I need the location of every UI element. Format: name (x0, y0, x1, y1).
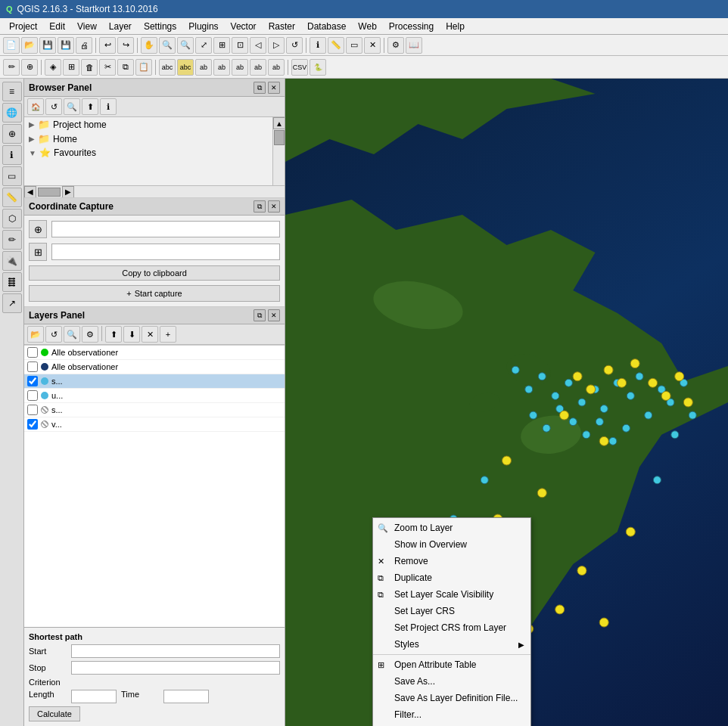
layer-item-2[interactable]: s... (24, 374, 285, 389)
layer-item-0[interactable]: Alle observationer (24, 346, 285, 360)
hscroll-right-btn[interactable]: ▶ (62, 186, 74, 198)
sp-calculate-btn[interactable]: Calculate (29, 706, 80, 721)
vscroll-up-btn[interactable]: ▲ (273, 117, 285, 129)
ctx-item-save-as[interactable]: Save As... (373, 673, 530, 690)
ctx-item-save-as-layer-def[interactable]: Save As Layer Definition File... (373, 690, 530, 706)
zoom-out-btn[interactable]: 🔍 (177, 37, 194, 54)
sp-start-input[interactable] (71, 644, 280, 658)
ctx-item-show-feature-count[interactable]: Show Feature Count (373, 723, 530, 726)
hscroll-left-btn[interactable]: ◀ (24, 186, 36, 198)
edit-btn2[interactable]: ✏ (2, 230, 22, 250)
copy-to-clipboard-btn[interactable]: Copy to clipboard (29, 265, 280, 281)
menu-item-web[interactable]: Web (352, 20, 382, 33)
measure-btn[interactable]: 📏 (328, 37, 344, 54)
menu-item-processing[interactable]: Processing (383, 20, 440, 33)
delineate-btn[interactable]: ⬡ (2, 209, 22, 228)
layers-toggle-btn[interactable]: ≡ (2, 82, 22, 101)
browser-collapse-btn[interactable]: ⬆ (82, 98, 98, 115)
menu-item-view[interactable]: View (71, 20, 103, 33)
settings-btn[interactable]: ⚙ (387, 37, 404, 54)
layers-add-btn[interactable]: + (160, 326, 176, 343)
layers-refresh-btn[interactable]: ↺ (45, 326, 62, 343)
browser-float-btn[interactable]: ⧉ (254, 82, 266, 94)
menu-item-database[interactable]: Database (301, 20, 352, 33)
layer-checkbox-3[interactable] (27, 390, 38, 401)
browser-scrollbar[interactable]: ▲ (272, 117, 285, 185)
routing-btn[interactable]: 🛤 (2, 272, 22, 292)
select-btn[interactable]: ▭ (346, 37, 362, 54)
arrow-btn[interactable]: ↗ (2, 293, 22, 313)
edit-btn[interactable]: ✏ (3, 59, 20, 76)
menu-item-vector[interactable]: Vector (225, 20, 263, 33)
start-capture-btn[interactable]: + Start capture (29, 285, 280, 302)
coord-close-btn[interactable]: ✕ (268, 200, 280, 213)
select-btn2[interactable]: ▭ (2, 166, 22, 186)
menu-item-settings[interactable]: Settings (138, 20, 182, 33)
layers-open-btn[interactable]: 📂 (27, 326, 44, 343)
layer-checkbox-4[interactable] (27, 405, 38, 415)
sp-stop-input[interactable] (71, 661, 280, 675)
layer-item-1[interactable]: Alle observationer (24, 360, 285, 374)
label3-btn[interactable]: ab (195, 59, 212, 76)
deselect-btn[interactable]: ✕ (364, 37, 381, 54)
browser-home-btn[interactable]: 🏠 (27, 98, 44, 115)
layers-settings-btn[interactable]: ⚙ (82, 326, 98, 343)
menu-item-raster[interactable]: Raster (263, 20, 301, 33)
coord-float-btn[interactable]: ⧉ (254, 200, 266, 213)
browser-item-favourites[interactable]: ▼ ⭐ Favourites (24, 146, 272, 160)
pan-btn[interactable]: ✋ (141, 37, 157, 54)
save-btn[interactable]: 💾 (39, 37, 56, 54)
label-btn[interactable]: abc (159, 59, 176, 76)
undo-btn[interactable]: ↩ (99, 37, 116, 54)
plugin-btn[interactable]: 🔌 (2, 251, 22, 271)
menu-item-help[interactable]: Help (440, 20, 471, 33)
hscroll-thumb[interactable] (38, 188, 61, 197)
layer-item-4[interactable]: s... (24, 403, 285, 417)
layer-checkbox-2[interactable] (27, 376, 38, 386)
identify-btn[interactable]: ℹ (310, 37, 326, 54)
copy-feature-btn[interactable]: ⧉ (117, 59, 134, 76)
layer-checkbox-0[interactable] (27, 347, 38, 358)
vscroll-thumb[interactable] (274, 130, 285, 145)
save-as-btn[interactable]: 💾 (58, 37, 74, 54)
menu-item-plugins[interactable]: Plugins (182, 20, 224, 33)
refresh-btn[interactable]: ↺ (286, 37, 303, 54)
layers-remove-btn[interactable]: ✕ (142, 326, 158, 343)
layers-close-btn[interactable]: ✕ (268, 309, 280, 321)
browser-toggle-btn[interactable]: 🌐 (2, 103, 22, 123)
browser-item-home[interactable]: ▶ 📁 Home (24, 132, 272, 146)
zoom-btn2[interactable]: ⊕ (2, 124, 22, 144)
print-btn[interactable]: 🖨 (76, 37, 92, 54)
ctx-item-open-attr-table[interactable]: ⊞Open Attribute Table (373, 656, 530, 673)
layers-filter-btn[interactable]: 🔍 (64, 326, 80, 343)
sp-time-input[interactable] (163, 690, 209, 703)
ctx-item-styles[interactable]: Styles▶ (373, 636, 530, 653)
zoom-full-btn[interactable]: ⤢ (195, 37, 212, 54)
identify-btn2[interactable]: ℹ (2, 145, 22, 165)
ctx-item-remove[interactable]: ✕Remove (373, 553, 530, 569)
node-tool-btn[interactable]: ◈ (45, 59, 61, 76)
zoom-in-btn[interactable]: 🔍 (159, 37, 176, 54)
browser-close-btn[interactable]: ✕ (268, 82, 280, 94)
ctx-item-zoom-to-layer[interactable]: 🔍Zoom to Layer (373, 520, 530, 536)
layer-checkbox-1[interactable] (27, 361, 38, 372)
label4-btn[interactable]: ab (213, 59, 230, 76)
zoom-layer-btn[interactable]: ⊞ (213, 37, 230, 54)
label2-btn[interactable]: abc (177, 59, 194, 76)
open-btn[interactable]: 📂 (21, 37, 38, 54)
sp-length-input[interactable] (71, 690, 117, 703)
layer-item-5[interactable]: v... (24, 417, 285, 432)
map-area[interactable]: 🔍Zoom to LayerShow in Overview✕Remove⧉Du… (285, 79, 728, 726)
ctx-item-set-layer-crs[interactable]: Set Layer CRS (373, 603, 530, 619)
menu-item-layer[interactable]: Layer (103, 20, 138, 33)
delete-feature-btn[interactable]: 🗑 (81, 59, 98, 76)
layer-item-3[interactable]: u... (24, 389, 285, 403)
label7-btn[interactable]: ab (268, 59, 285, 76)
label6-btn[interactable]: ab (250, 59, 266, 76)
browser-item-project-home[interactable]: ▶ 📁 Project home (24, 117, 272, 132)
layers-down-btn[interactable]: ⬇ (123, 326, 140, 343)
python-btn[interactable]: 🐍 (310, 59, 326, 76)
zoom-selection-btn[interactable]: ⊡ (232, 37, 248, 54)
digitize-btn[interactable]: ⊕ (21, 59, 38, 76)
add-feature-btn[interactable]: ⊞ (63, 59, 79, 76)
